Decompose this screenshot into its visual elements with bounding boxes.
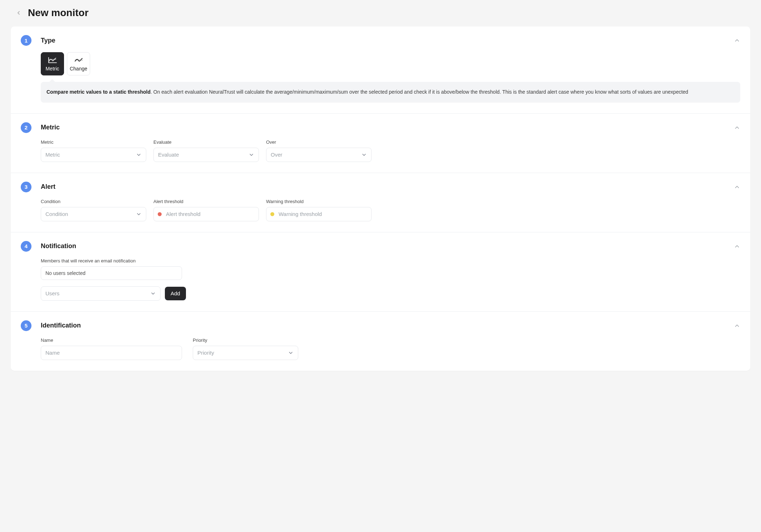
chevron-down-icon	[249, 152, 254, 158]
metric-evaluate-select[interactable]: Evaluate	[153, 148, 259, 162]
page-title: New monitor	[28, 7, 89, 19]
metric-chart-icon	[48, 56, 57, 64]
step-badge-5: 5	[21, 320, 31, 331]
notification-users-select[interactable]: Users	[41, 286, 161, 301]
alert-condition-label: Condition	[41, 199, 146, 204]
section-notification: 4 Notification Members that will receive…	[11, 232, 750, 312]
chevron-down-icon	[288, 350, 294, 356]
step-badge-4: 4	[21, 241, 31, 252]
type-option-change[interactable]: Change	[67, 52, 90, 75]
chevron-up-icon[interactable]	[734, 37, 740, 44]
identification-priority-label: Priority	[193, 338, 298, 343]
section-title-type: Type	[41, 37, 55, 44]
alert-condition-select[interactable]: Condition	[41, 207, 146, 221]
section-title-alert: Alert	[41, 183, 55, 191]
type-option-change-label: Change	[70, 66, 87, 72]
section-metric: 2 Metric Metric Metric Evalu	[11, 114, 750, 173]
metric-evaluate-label: Evaluate	[153, 139, 259, 145]
step-badge-1: 1	[21, 35, 31, 46]
identification-name-label: Name	[41, 338, 182, 343]
section-title-metric: Metric	[41, 124, 60, 131]
back-icon[interactable]	[16, 10, 21, 16]
type-info-lead: Compare metric values to a static thresh…	[46, 89, 151, 95]
alert-threshold-input[interactable]	[153, 207, 259, 221]
section-identification: 5 Identification Name Priority Priority	[11, 312, 750, 371]
step-badge-2: 2	[21, 122, 31, 133]
type-option-metric-label: Metric	[45, 66, 59, 72]
change-chart-icon	[74, 56, 83, 64]
metric-metric-label: Metric	[41, 139, 146, 145]
chevron-down-icon	[136, 211, 142, 217]
chevron-down-icon	[136, 152, 142, 158]
metric-over-label: Over	[266, 139, 372, 145]
page-header: New monitor	[11, 7, 750, 19]
section-alert: 3 Alert Condition Condition	[11, 173, 750, 232]
section-title-notification: Notification	[41, 242, 76, 250]
alert-dot-icon	[158, 212, 162, 216]
type-info-box: Compare metric values to a static thresh…	[41, 82, 740, 103]
monitor-form-card: 1 Type	[11, 26, 750, 371]
add-user-button[interactable]: Add	[165, 287, 186, 300]
identification-name-input[interactable]	[41, 346, 182, 360]
chevron-down-icon	[361, 152, 367, 158]
step-badge-3: 3	[21, 182, 31, 192]
chevron-up-icon[interactable]	[734, 243, 740, 250]
metric-over-select[interactable]: Over	[266, 148, 372, 162]
section-type: 1 Type	[11, 26, 750, 114]
section-title-identification: Identification	[41, 322, 81, 329]
chevron-down-icon	[150, 291, 156, 296]
warning-threshold-input[interactable]	[266, 207, 372, 221]
warning-dot-icon	[270, 212, 274, 216]
notification-users-box: No users selected	[41, 266, 182, 280]
metric-metric-select[interactable]: Metric	[41, 148, 146, 162]
chevron-up-icon[interactable]	[734, 184, 740, 190]
identification-priority-select[interactable]: Priority	[193, 346, 298, 360]
notification-members-label: Members that will receive an email notif…	[41, 258, 740, 263]
warning-threshold-label: Warning threshold	[266, 199, 372, 204]
alert-threshold-label: Alert threshold	[153, 199, 259, 204]
type-info-body: . On each alert evaluation NeuralTrust w…	[151, 89, 688, 95]
chevron-up-icon[interactable]	[734, 322, 740, 329]
chevron-up-icon[interactable]	[734, 124, 740, 131]
type-option-metric[interactable]: Metric	[41, 52, 64, 75]
